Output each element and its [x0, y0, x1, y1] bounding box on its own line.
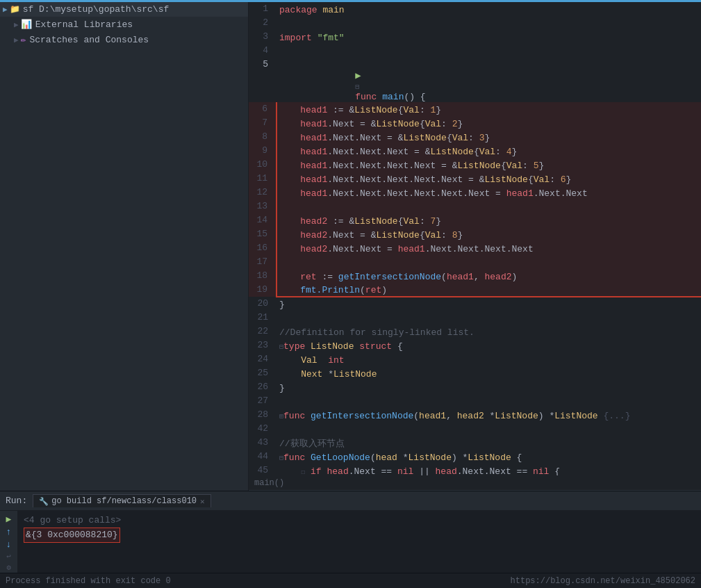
- line-content-16: head2.Next.Next = head1.Next.Next.Next.N…: [277, 241, 701, 255]
- line-num-16: 16: [249, 241, 277, 255]
- code-line-43: 43 //获取入环节点: [249, 436, 701, 450]
- line-content-6: head1 := &ListNode{Val: 1}: [277, 102, 701, 116]
- code-line-13: 13: [249, 199, 701, 213]
- line-content-9: head1.Next.Next.Next = &ListNode{Val: 4}: [277, 144, 701, 158]
- code-line-24: 24 Val int: [249, 352, 701, 366]
- folder-icon: 📁: [10, 4, 20, 15]
- code-line-44: 44 ⊟func GetLoopNode(head *ListNode) *Li…: [249, 450, 701, 464]
- code-line-28: 28 ⊞func getIntersectionNode(head1, head…: [249, 408, 701, 422]
- code-line-16: 16 head2.Next.Next = head1.Next.Next.Nex…: [249, 241, 701, 255]
- scratches-label: Scratches and Consoles: [29, 35, 149, 45]
- line-num-19: 19: [249, 283, 277, 297]
- output-text-1: <4 go setup calls>: [24, 515, 121, 525]
- editor-area: 1 package main 2 3 import "fmt": [249, 2, 701, 491]
- run-output-area: ▶ ↑ ↓ ↩ ⚙ <4 go setup calls> &{3 0xc0000…: [0, 511, 701, 573]
- blog-url: https://blog.csdn.net/weixin_48502062: [511, 576, 695, 586]
- folder-arrow-icon: ▶: [3, 5, 8, 14]
- line-content-3: import "fmt": [277, 30, 701, 44]
- line-num-22: 22: [249, 325, 277, 338]
- code-line-21: 21: [249, 311, 701, 325]
- line-num-24: 24: [249, 352, 277, 366]
- code-line-14: 14 head2 := &ListNode{Val: 7}: [249, 213, 701, 227]
- breadcrumb: main(): [254, 478, 284, 488]
- expand-arrow2-icon: ▶: [14, 35, 19, 44]
- run-play-button[interactable]: ▶: [2, 514, 16, 525]
- code-line-45: 45 ☐ if head.Next == nil || head.Next.Ne…: [249, 464, 701, 475]
- run-up-button[interactable]: ↑: [2, 527, 16, 537]
- code-line-19: 19 fmt.Println(ret): [249, 283, 701, 297]
- sidebar-folder-sf[interactable]: ▶ 📁 sf D:\mysetup\gopath\src\sf: [0, 2, 248, 17]
- line-content-24: Val int: [277, 352, 701, 366]
- line-content-7: head1.Next = &ListNode{Val: 2}: [277, 116, 701, 130]
- line-content-1: package main: [277, 2, 701, 16]
- run-tab-bar: Run: 🔧 go build sf/newclass/class010 ✕: [0, 491, 701, 511]
- process-status: Process finished with exit code 0: [6, 576, 171, 586]
- line-content-13: [277, 199, 701, 213]
- code-line-2: 2: [249, 16, 701, 30]
- line-content-45: ☐ if head.Next == nil || head.Next.Next …: [277, 464, 701, 475]
- expand-arrow-icon: ▶: [14, 20, 19, 29]
- run-tab-close-icon[interactable]: ✕: [200, 497, 205, 506]
- scratches-icon: ✏️: [21, 34, 26, 45]
- code-line-10: 10 head1.Next.Next.Next.Next = &ListNode…: [249, 158, 701, 172]
- line-content-2: [277, 16, 701, 30]
- code-table: 1 package main 2 3 import "fmt": [249, 2, 701, 475]
- code-line-18: 18 ret := getIntersectionNode(head1, hea…: [249, 269, 701, 283]
- sidebar-item-scratches[interactable]: ▶ ✏️ Scratches and Consoles: [0, 32, 248, 47]
- line-num-2: 2: [249, 16, 277, 30]
- run-settings-button[interactable]: ⚙: [2, 563, 16, 572]
- run-sidebar-controls: ▶ ↑ ↓ ↩ ⚙: [0, 511, 18, 573]
- sidebar: ▶ 📁 sf D:\mysetup\gopath\src\sf ▶ 📊 Exte…: [0, 2, 249, 491]
- line-num-5: 5: [249, 58, 277, 102]
- library-icon: 📊: [21, 19, 32, 30]
- main-area: ▶ 📁 sf D:\mysetup\gopath\src\sf ▶ 📊 Exte…: [0, 2, 701, 491]
- line-content-8: head1.Next.Next = &ListNode{Val: 3}: [277, 130, 701, 144]
- code-line-5: 5 ▶ ⊟ func main() {: [249, 58, 701, 102]
- run-tab-label: go build sf/newclass/class010: [51, 496, 197, 506]
- line-num-8: 8: [249, 130, 277, 144]
- line-num-4: 4: [249, 44, 277, 58]
- output-line-1: <4 go setup calls>: [24, 514, 695, 528]
- run-wrap-button[interactable]: ↩: [2, 552, 16, 561]
- line-num-7: 7: [249, 116, 277, 130]
- line-num-10: 10: [249, 158, 277, 172]
- line-num-1: 1: [249, 2, 277, 16]
- line-content-19: fmt.Println(ret): [277, 283, 701, 297]
- code-line-15: 15 head2.Next = &ListNode{Val: 8}: [249, 227, 701, 241]
- output-text-2: &{3 0xc000088210}: [24, 528, 120, 543]
- breadcrumb-bar: main(): [249, 475, 701, 491]
- line-content-14: head2 := &ListNode{Val: 7}: [277, 213, 701, 227]
- line-content-23: ⊟type ListNode struct {: [277, 338, 701, 352]
- code-line-6: 6 head1 := &ListNode{Val: 1}: [249, 102, 701, 116]
- line-content-20: }: [277, 297, 701, 311]
- sidebar-item-external-libraries[interactable]: ▶ 📊 External Libraries: [0, 17, 248, 32]
- code-scroll[interactable]: 1 package main 2 3 import "fmt": [249, 2, 701, 475]
- line-num-21: 21: [249, 311, 277, 325]
- line-content-27: [277, 394, 701, 408]
- line-num-27: 27: [249, 394, 277, 408]
- run-down-button[interactable]: ↓: [2, 539, 16, 550]
- code-line-23: 23 ⊟type ListNode struct {: [249, 338, 701, 352]
- run-tab[interactable]: 🔧 go build sf/newclass/class010 ✕: [33, 494, 211, 507]
- line-num-18: 18: [249, 269, 277, 283]
- line-content-18: ret := getIntersectionNode(head1, head2): [277, 269, 701, 283]
- line-content-44: ⊟func GetLoopNode(head *ListNode) *ListN…: [277, 450, 701, 464]
- code-line-25: 25 Next *ListNode: [249, 366, 701, 380]
- line-content-28: ⊞func getIntersectionNode(head1, head2 *…: [277, 408, 701, 422]
- code-line-4: 4: [249, 44, 701, 58]
- line-num-43: 43: [249, 436, 277, 450]
- status-bar: Process finished with exit code 0 https:…: [0, 573, 701, 588]
- line-content-22: //Definition for singly-linked list.: [277, 325, 701, 338]
- line-num-45: 45: [249, 464, 277, 475]
- line-num-20: 20: [249, 297, 277, 311]
- code-line-11: 11 head1.Next.Next.Next.Next.Next = &Lis…: [249, 172, 701, 186]
- line-content-17: [277, 255, 701, 269]
- run-tab-go-icon: 🔧: [39, 497, 49, 506]
- external-libraries-label: External Libraries: [35, 19, 133, 30]
- folder-label: sf D:\mysetup\gopath\src\sf: [23, 4, 170, 15]
- run-output: <4 go setup calls> &{3 0xc000088210}: [18, 511, 701, 573]
- line-content-10: head1.Next.Next.Next.Next = &ListNode{Va…: [277, 158, 701, 172]
- line-content-15: head2.Next = &ListNode{Val: 8}: [277, 227, 701, 241]
- line-content-5: ▶ ⊟ func main() {: [277, 58, 701, 102]
- line-num-6: 6: [249, 102, 277, 116]
